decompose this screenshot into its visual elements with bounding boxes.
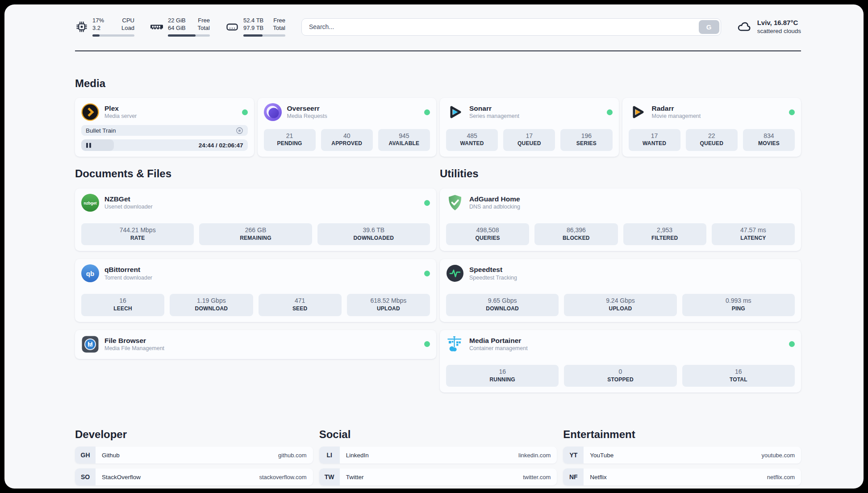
stat-pill: 834 MOVIES: [743, 129, 795, 151]
app-card-filebrowser[interactable]: File Browser Media File Management: [75, 330, 436, 359]
app-subtitle: Media Requests: [287, 113, 327, 120]
svg-text:qb: qb: [86, 270, 94, 277]
stat-pill: 485 WANTED: [446, 129, 498, 151]
ram-labels: Free Total: [198, 17, 210, 32]
bookmark-github[interactable]: GH Github github.com: [75, 447, 313, 464]
sonarr-icon: [446, 103, 464, 121]
app-card-portainer[interactable]: Media Portainer Container management 16 …: [440, 330, 801, 393]
bookmark-name: Netflix: [590, 474, 607, 480]
hard-drive-icon: [225, 20, 239, 34]
bookmark-url: netflix.com: [767, 474, 795, 480]
stat-pill: 618.52 Mbps UPLOAD: [347, 294, 430, 316]
disk-values: 52.4 TB 97.9 TB: [243, 17, 263, 32]
bookmarks-social: Social LI LinkedIn linkedin.com TW Twitt…: [319, 428, 557, 489]
app-name: File Browser: [104, 336, 164, 345]
playback-time: 24:44 / 02:06:47: [199, 142, 243, 149]
disk-stat: 52.4 TB 97.9 TB Free Total: [225, 17, 285, 37]
search-engine-button[interactable]: G: [699, 20, 719, 34]
app-name: Overseerr: [287, 104, 327, 113]
status-online-dot: [242, 109, 248, 115]
bookmark-abbr: LI: [319, 447, 340, 464]
now-playing-session-icon[interactable]: [236, 127, 243, 134]
playback-progress: 24:44 / 02:06:47: [81, 139, 248, 151]
portainer-icon: [446, 335, 464, 353]
app-subtitle: Container management: [469, 345, 528, 352]
bookmark-abbr: GH: [75, 447, 96, 464]
bookmark-stackoverflow[interactable]: SO StackOverflow stackoverflow.com: [75, 468, 313, 485]
app-card-radarr[interactable]: Radarr Movie management 17 WANTED 22 QUE…: [622, 98, 801, 157]
adguard-icon: [446, 194, 464, 212]
bookmark-url: youtube.com: [762, 452, 795, 459]
app-card-speedtest[interactable]: Speedtest Speedtest Tracking 9.65 Gbps D…: [440, 259, 801, 322]
cloud-icon: [736, 19, 752, 35]
bookmark-youtube[interactable]: YT YouTube youtube.com: [563, 447, 801, 464]
app-card-overseerr[interactable]: Overseerr Media Requests 21 PENDING 40 A…: [258, 98, 437, 157]
app-subtitle: Movie management: [652, 113, 701, 120]
filebrowser-icon: [81, 335, 99, 353]
app-card-qbittorrent[interactable]: qb qBittorrent Torrent downloader 16 LEE…: [75, 259, 436, 322]
weather-location-temp: Lviv, 16.87°C: [757, 18, 801, 27]
stat-pill: 16 TOTAL: [682, 365, 795, 387]
bookmark-abbr: SO: [75, 468, 96, 485]
app-subtitle: DNS and adblocking: [469, 204, 520, 211]
status-online-dot: [789, 109, 795, 115]
search-input[interactable]: [301, 18, 721, 36]
top-bar: 17% 3.2 CPU Load: [75, 17, 801, 37]
cpu-stat: 17% 3.2 CPU Load: [75, 17, 134, 37]
ram-progress-bar: [168, 34, 210, 37]
documents-column: Documents & Files nzbget: [75, 167, 436, 367]
stat-pill: 39.6 TB DOWNLOADED: [317, 223, 430, 245]
section-title-developer: Developer: [75, 428, 313, 441]
now-playing-row: Bullet Train: [81, 125, 248, 136]
stat-pill: 498,508 QUERIES: [446, 223, 529, 245]
app-subtitle: Media File Management: [104, 345, 164, 352]
disk-progress-bar: [243, 34, 285, 37]
stat-pill: 9.65 Gbps DOWNLOAD: [446, 294, 559, 316]
bookmark-url: linkedin.com: [518, 452, 551, 459]
weather-widget: Lviv, 16.87°C scattered clouds: [736, 18, 801, 35]
app-card-plex[interactable]: Plex Media server Bullet Train: [75, 98, 254, 157]
overseerr-icon: [264, 103, 282, 121]
disk-labels: Free Total: [273, 17, 285, 32]
bookmark-name: Github: [102, 452, 120, 459]
stat-pill: 17 QUEUED: [503, 129, 555, 151]
bookmark-url: github.com: [278, 452, 307, 459]
bookmark-abbr: YT: [563, 447, 584, 464]
app-subtitle: Media server: [104, 113, 137, 120]
bookmarks-developer: Developer GH Github github.com SO StackO…: [75, 428, 313, 489]
app-subtitle: Series management: [469, 113, 519, 120]
status-online-dot: [424, 341, 430, 347]
stat-pill: 196 SERIES: [560, 129, 612, 151]
app-card-adguard[interactable]: AdGuard Home DNS and adblocking 498,508 …: [440, 188, 801, 251]
bookmark-abbr: TW: [319, 468, 340, 485]
bookmark-twitter[interactable]: TW Twitter twitter.com: [319, 468, 557, 485]
section-title-documents: Documents & Files: [75, 167, 436, 180]
svg-text:nzbget: nzbget: [84, 201, 97, 205]
stat-pill: 86,396 BLOCKED: [534, 223, 618, 245]
section-title-utilities: Utilities: [440, 167, 801, 180]
app-name: Radarr: [652, 104, 701, 113]
status-online-dot: [607, 109, 613, 115]
search-bar: G: [301, 18, 721, 36]
bookmark-name: Twitter: [346, 474, 364, 480]
stat-pill: 471 SEED: [259, 294, 342, 316]
bookmark-netflix[interactable]: NF Netflix netflix.com: [563, 468, 801, 485]
app-name: NZBGet: [104, 195, 153, 203]
header-divider: [75, 50, 801, 51]
qbittorrent-icon: qb: [81, 264, 99, 282]
pause-icon[interactable]: [86, 143, 91, 148]
hardware-stats: 17% 3.2 CPU Load: [75, 17, 285, 37]
bookmark-name: YouTube: [590, 452, 613, 459]
stat-pill: 16 RUNNING: [446, 365, 559, 387]
bookmark-linkedin[interactable]: LI LinkedIn linkedin.com: [319, 447, 557, 464]
app-card-sonarr[interactable]: Sonarr Series management 485 WANTED 17 Q…: [440, 98, 619, 157]
stat-pill: 9.24 Gbps UPLOAD: [564, 294, 676, 316]
bookmark-url: twitter.com: [523, 474, 551, 480]
app-name: Sonarr: [469, 104, 519, 113]
bookmark-name: StackOverflow: [102, 474, 141, 480]
stat-pill: 945 AVAILABLE: [378, 129, 430, 151]
ram-values: 22 GiB 64 GiB: [168, 17, 186, 32]
app-card-nzbget[interactable]: nzbget NZBGet Usenet downloader 744.21 M…: [75, 188, 436, 251]
stat-pill: 17 WANTED: [629, 129, 680, 151]
app-subtitle: Usenet downloader: [104, 204, 153, 211]
